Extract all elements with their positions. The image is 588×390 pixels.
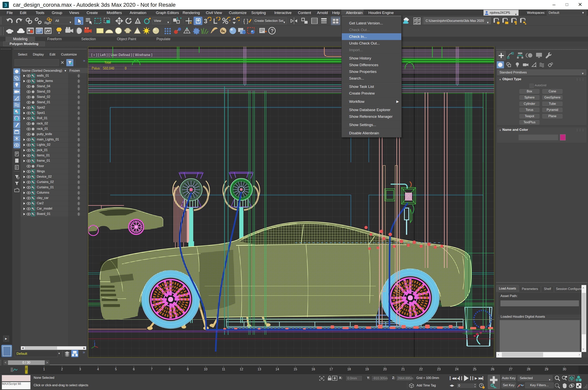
svg-text:HF: HF xyxy=(212,30,216,34)
svg-text:[ + ] [ Left ] [ User Defined: [ + ] [ Left ] [ User Defined ] [ Wirefr… xyxy=(91,53,152,56)
svg-text:z: z xyxy=(94,340,95,342)
svg-text:?: ? xyxy=(271,28,274,34)
svg-text:0x: 0x xyxy=(221,30,225,33)
svg-text:0: 0 xyxy=(125,67,126,70)
svg-text:Total: Total xyxy=(104,61,111,64)
svg-text:Polys: 502,040: Polys: 502,040 xyxy=(92,67,114,70)
